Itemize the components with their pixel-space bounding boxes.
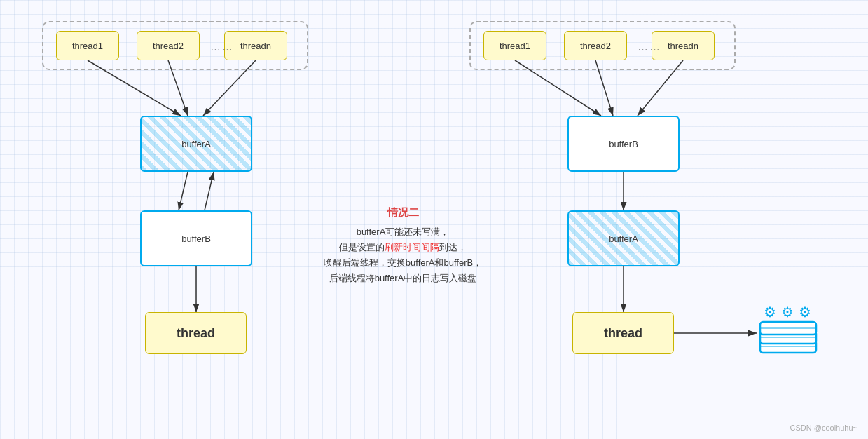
right-thread2: thread2 [564, 31, 627, 60]
svg-text:⚙: ⚙ [799, 304, 811, 320]
right-thread-bottom: thread [572, 312, 674, 354]
svg-line-5 [205, 172, 214, 210]
svg-line-4 [179, 172, 188, 210]
right-bufferA: bufferA [567, 210, 680, 266]
right-bufferB: bufferB [567, 116, 680, 172]
left-dots: …… [210, 41, 234, 53]
left-bufferB: bufferB [140, 210, 252, 266]
left-bufferA: bufferA [140, 116, 252, 172]
right-dots: …… [638, 41, 661, 53]
center-line2: 但是设置的刷新时间间隔到达， [322, 240, 483, 255]
center-line4: 后端线程将bufferA中的日志写入磁盘 [322, 271, 483, 286]
right-thread1: thread1 [483, 31, 546, 60]
left-thread2: thread2 [137, 31, 200, 60]
disk-icon: ⚙ ⚙ ⚙ [757, 302, 827, 365]
watermark: CSDN @coolhuhu~ [790, 424, 857, 432]
center-line1: bufferA可能还未写满， [322, 224, 483, 240]
center-description: 情况二 bufferA可能还未写满， 但是设置的刷新时间间隔到达， 唤醒后端线程… [322, 203, 483, 286]
svg-text:⚙: ⚙ [764, 304, 776, 320]
center-line3: 唤醒后端线程，交换bufferA和bufferB， [322, 255, 483, 271]
left-thread1: thread1 [56, 31, 119, 60]
svg-text:⚙: ⚙ [781, 304, 794, 320]
left-thread-bottom: thread [145, 312, 247, 354]
